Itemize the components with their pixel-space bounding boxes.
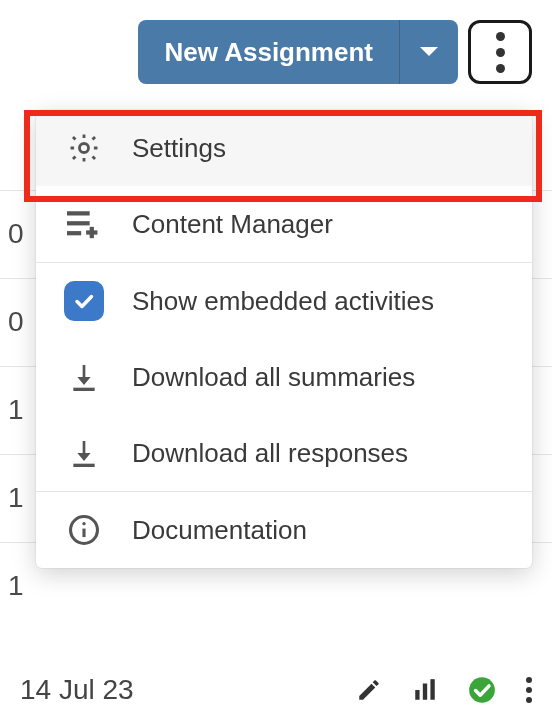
svg-rect-2 [67, 221, 90, 225]
svg-rect-12 [423, 684, 427, 700]
check-circle-icon[interactable] [468, 676, 496, 704]
svg-rect-13 [430, 679, 434, 700]
more-actions-menu: Settings Content Manager Show embedded a… [36, 110, 532, 568]
playlist-add-icon [64, 209, 104, 239]
caret-down-icon [419, 46, 439, 58]
menu-item-label: Download all summaries [132, 362, 415, 393]
bottom-row-fragment: 14 Jul 23 [20, 674, 532, 706]
svg-rect-5 [86, 230, 97, 234]
side-frag: 1 [8, 366, 24, 454]
svg-rect-11 [415, 690, 419, 700]
menu-item-content-manager[interactable]: Content Manager [36, 186, 532, 262]
kebab-dot-icon [496, 48, 505, 57]
svg-point-0 [79, 143, 88, 152]
side-frag: 1 [8, 454, 24, 542]
menu-item-label: Download all responses [132, 438, 408, 469]
bar-chart-icon[interactable] [412, 677, 438, 703]
new-assignment-dropdown-caret[interactable] [400, 20, 458, 84]
edit-icon[interactable] [356, 677, 382, 703]
gear-icon [64, 131, 104, 165]
svg-rect-7 [73, 464, 94, 467]
menu-item-download-responses[interactable]: Download all responses [36, 415, 532, 491]
menu-item-download-summaries[interactable]: Download all summaries [36, 339, 532, 415]
action-bar: New Assignment [138, 20, 532, 84]
download-icon [64, 361, 104, 393]
left-edge-numbers: 0 0 1 1 1 [8, 190, 24, 630]
more-actions-button[interactable] [468, 20, 532, 84]
menu-item-label: Settings [132, 133, 226, 164]
svg-point-14 [469, 677, 495, 703]
new-assignment-button[interactable]: New Assignment [138, 20, 400, 84]
download-icon [64, 437, 104, 469]
new-assignment-split-button: New Assignment [138, 20, 458, 84]
menu-item-label: Content Manager [132, 209, 333, 240]
menu-item-show-embedded[interactable]: Show embedded activities [36, 263, 532, 339]
svg-rect-6 [73, 388, 94, 391]
svg-rect-1 [67, 211, 90, 215]
menu-item-documentation[interactable]: Documentation [36, 492, 532, 568]
bottom-row-icons [356, 676, 532, 704]
kebab-dot-icon [496, 64, 505, 73]
svg-point-10 [82, 522, 85, 525]
side-frag: 1 [8, 542, 24, 630]
info-icon [64, 513, 104, 547]
checkbox-checked-icon [64, 281, 104, 321]
menu-item-settings[interactable]: Settings [36, 110, 532, 186]
svg-rect-3 [67, 231, 81, 235]
row-more-icon[interactable] [526, 677, 532, 703]
side-frag: 0 [8, 190, 24, 278]
kebab-dot-icon [496, 32, 505, 41]
menu-item-label: Documentation [132, 515, 307, 546]
menu-item-label: Show embedded activities [132, 286, 434, 317]
new-assignment-label: New Assignment [164, 37, 373, 68]
bottom-date-text: 14 Jul 23 [20, 674, 134, 706]
side-frag: 0 [8, 278, 24, 366]
